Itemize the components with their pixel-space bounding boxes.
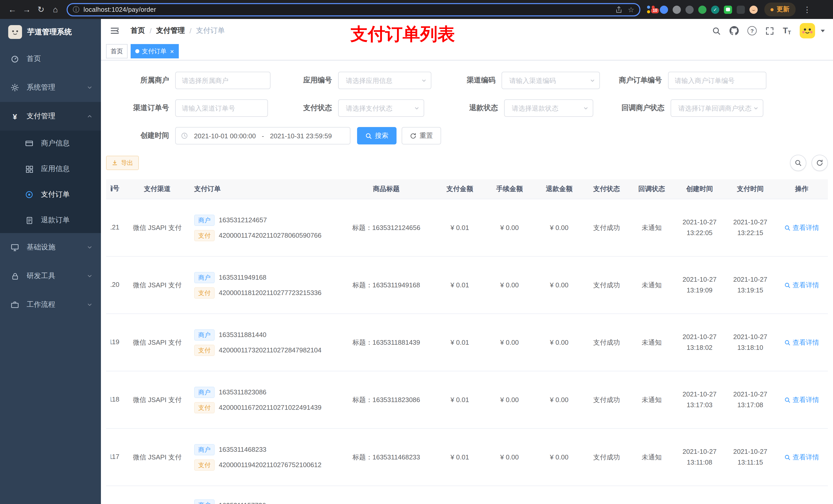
- app-logo[interactable]: 芋道管理系统: [0, 19, 101, 45]
- github-icon[interactable]: [730, 26, 739, 35]
- cell-pay-amount: ¥ 0.01: [435, 314, 485, 371]
- cell-pay-channel: 微信 JSAPI 支付: [128, 314, 186, 371]
- back-button[interactable]: ←: [5, 2, 20, 17]
- url-bar[interactable]: ⓘ localhost:1024/pay/order ☆: [67, 3, 640, 16]
- font-size-icon[interactable]: TT: [783, 26, 791, 35]
- date-range-separator: -: [262, 132, 264, 140]
- extension-blue-icon[interactable]: [660, 5, 668, 14]
- extension-puzzle-icon[interactable]: [737, 5, 745, 14]
- extension-chat-icon[interactable]: [724, 5, 732, 14]
- filter-label-refund-status: 退款状态: [434, 103, 504, 113]
- extension-check-icon[interactable]: ✓: [711, 5, 719, 14]
- view-detail-link[interactable]: 查看详情: [784, 223, 819, 232]
- breadcrumb-home[interactable]: 首页: [130, 26, 145, 35]
- channel-no: 4200001174202110278060590766: [219, 232, 322, 239]
- toggle-search-button[interactable]: [790, 155, 806, 171]
- view-detail-link[interactable]: 查看详情: [784, 453, 819, 462]
- cell-fee-amount: ¥ 0.00: [485, 314, 534, 371]
- chevron-down-icon: [87, 273, 93, 279]
- hamburger-icon[interactable]: [106, 26, 123, 35]
- channel-code-select[interactable]: [502, 72, 600, 89]
- forward-button[interactable]: →: [20, 2, 34, 17]
- fullscreen-icon[interactable]: [765, 26, 774, 35]
- sidebar-item-dev-tools[interactable]: 研发工具: [0, 262, 101, 290]
- create-time: 13:11:08: [677, 457, 722, 468]
- search-icon[interactable]: [712, 26, 721, 35]
- create-time: 13:18:02: [677, 342, 722, 353]
- create-time-range-picker[interactable]: -: [175, 127, 351, 144]
- view-detail-link[interactable]: 查看详情: [784, 281, 819, 290]
- sidebar-menu: 首页 系统管理 ¥ 支付管理 商户信息: [0, 45, 101, 319]
- filter-row-2: 渠道订单号 支付状态 退款状态: [106, 99, 828, 117]
- chevron-down-icon: [87, 85, 93, 91]
- merchant-order-no-input[interactable]: [668, 72, 766, 89]
- sidebar-item-refund-order[interactable]: 退款订单: [0, 208, 101, 233]
- sidebar-item-home[interactable]: 首页: [0, 45, 101, 73]
- breadcrumb-pay-manage[interactable]: 支付管理: [156, 26, 185, 35]
- column-pay-order: 支付订单: [186, 179, 338, 199]
- pay-status-select[interactable]: [338, 99, 424, 117]
- sidebar-item-workflow[interactable]: 工作流程: [0, 290, 101, 319]
- view-detail-link[interactable]: 查看详情: [784, 395, 819, 404]
- pay-date: 2021-10-27: [728, 217, 772, 228]
- cell-pay-amount: ¥ 0.01: [435, 371, 485, 429]
- order-table-body: 121 微信 JSAPI 支付 商户 1635312124657 支付 4200…: [106, 199, 828, 486]
- cell-notify-status: 未通知: [629, 199, 674, 256]
- extensions-icon[interactable]: 10: [646, 5, 655, 14]
- extension-green-icon[interactable]: [698, 5, 707, 14]
- bookmark-star-icon[interactable]: ☆: [628, 5, 634, 14]
- cell-pay-channel: 微信 JSAPI 支付: [128, 256, 186, 314]
- sidebar-item-pay-order[interactable]: 支付订单: [0, 182, 101, 208]
- sidebar-item-system[interactable]: 系统管理: [0, 73, 101, 102]
- site-info-icon[interactable]: ⓘ: [73, 5, 79, 14]
- refresh-table-button[interactable]: [811, 155, 828, 171]
- create-time-end-input[interactable]: [267, 131, 335, 140]
- cell-order-id: 117: [111, 453, 119, 460]
- reset-button[interactable]: 重置: [402, 127, 441, 144]
- cell-fee-amount: ¥ 0.00: [485, 256, 534, 314]
- active-tab-dot-icon: [135, 49, 139, 53]
- chevron-down-icon: [87, 244, 93, 250]
- search-button[interactable]: 搜索: [357, 127, 397, 144]
- help-icon[interactable]: ?: [747, 26, 757, 35]
- browser-update-button[interactable]: 更新: [764, 3, 795, 16]
- share-icon[interactable]: [616, 6, 623, 13]
- sidebar-item-app-info[interactable]: 应用信息: [0, 156, 101, 182]
- reload-button[interactable]: ↻: [34, 2, 48, 17]
- cell-order-id: 119: [111, 338, 119, 345]
- channel-order-no-input[interactable]: [175, 99, 268, 117]
- action-label: 查看详情: [792, 395, 819, 404]
- filter-row-3: 创建时间 - 搜索 重置: [106, 127, 828, 144]
- cell-order-id: 120: [111, 281, 119, 288]
- column-fee-amount: 手续金额: [485, 179, 534, 199]
- filter-label-channel-code: 渠道编码: [431, 76, 502, 85]
- extension-grey-icon[interactable]: [673, 5, 681, 14]
- home-button[interactable]: ⌂: [48, 2, 63, 17]
- tab-home[interactable]: 首页: [106, 44, 127, 58]
- annotation-title: 支付订单列表: [351, 23, 455, 46]
- browser-menu-icon[interactable]: ⋮: [803, 5, 811, 14]
- tab-close-icon[interactable]: ×: [170, 48, 174, 54]
- tab-pay-order[interactable]: 支付订单 ×: [130, 44, 178, 58]
- user-avatar[interactable]: [800, 23, 815, 39]
- merchant-no: 1635311157736: [219, 501, 266, 504]
- gear-icon: [10, 83, 20, 92]
- cell-pay-channel: 微信 JSAPI 支付: [128, 429, 186, 486]
- breadcrumb-separator: /: [190, 27, 192, 35]
- callback-status-select[interactable]: [671, 99, 763, 117]
- view-detail-link[interactable]: 查看详情: [784, 338, 819, 347]
- create-time-start-input[interactable]: [191, 131, 259, 140]
- extension-dark-icon[interactable]: [686, 5, 694, 14]
- profile-avatar-icon[interactable]: [749, 5, 758, 14]
- app-no-select[interactable]: [338, 72, 431, 89]
- create-date: 2021-10-27: [677, 332, 722, 342]
- merchant-select[interactable]: [175, 72, 270, 89]
- sidebar-item-merchant-info[interactable]: 商户信息: [0, 130, 101, 156]
- sidebar-item-payment[interactable]: ¥ 支付管理: [0, 102, 101, 130]
- filter-label-channel-order-no: 渠道订单号: [106, 103, 175, 113]
- sidebar-item-infrastructure[interactable]: 基础设施: [0, 233, 101, 262]
- export-button[interactable]: 导出: [106, 156, 139, 170]
- refund-status-select[interactable]: [504, 99, 593, 117]
- merchant-no: 1635311949168: [219, 273, 266, 281]
- filter-label-create-time: 创建时间: [106, 131, 175, 140]
